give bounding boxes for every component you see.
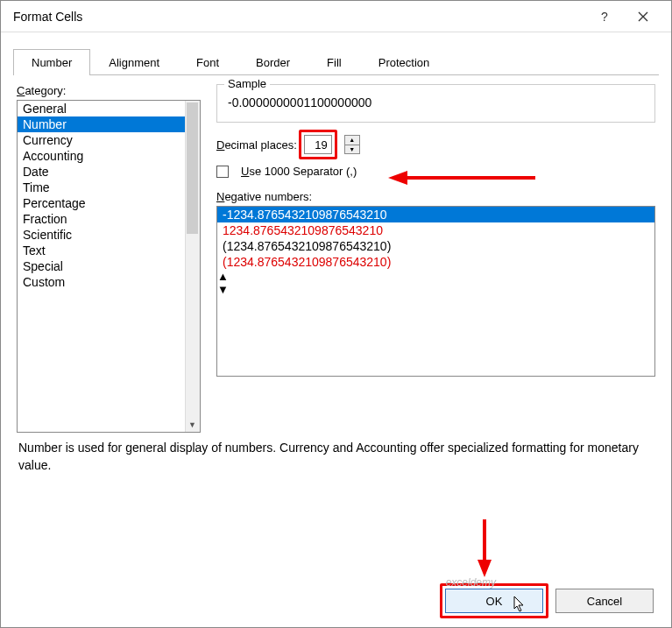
- close-button[interactable]: [624, 1, 662, 32]
- thousand-separator-label: Use 1000 Separator (,): [241, 165, 357, 178]
- negative-item-0[interactable]: -1234.8765432109876543210: [217, 207, 654, 222]
- negative-item-2[interactable]: (1234.8765432109876543210): [217, 238, 654, 254]
- tab-fill[interactable]: Fill: [308, 49, 360, 75]
- category-item-currency[interactable]: Currency: [18, 132, 200, 148]
- scroll-up-icon[interactable]: ▲: [217, 270, 654, 283]
- negative-item-1[interactable]: 1234.8765432109876543210: [217, 222, 654, 238]
- cancel-button[interactable]: Cancel: [555, 589, 654, 613]
- cursor-icon: [513, 596, 526, 613]
- scroll-down-icon[interactable]: ▼: [185, 417, 200, 432]
- spinner-down-icon[interactable]: ▼: [345, 145, 359, 154]
- category-list[interactable]: General Number Currency Accounting Date …: [17, 100, 201, 433]
- negative-item-3[interactable]: (1234.8765432109876543210): [217, 254, 654, 270]
- tab-font[interactable]: Font: [178, 49, 237, 75]
- close-icon: [638, 11, 648, 22]
- negative-numbers-label: Negative numbers:: [216, 190, 655, 203]
- negative-numbers-list[interactable]: -1234.8765432109876543210 1234.876543210…: [216, 206, 655, 377]
- tab-alignment[interactable]: Alignment: [90, 49, 178, 75]
- category-item-date[interactable]: Date: [18, 164, 200, 180]
- help-button[interactable]: ?: [585, 1, 624, 32]
- spinner-up-icon[interactable]: ▲: [345, 136, 359, 145]
- decimal-spinner[interactable]: ▲ ▼: [344, 135, 360, 154]
- category-scrollbar[interactable]: ▲ ▼: [185, 101, 200, 432]
- scroll-thumb[interactable]: [187, 102, 198, 234]
- category-item-time[interactable]: Time: [18, 180, 200, 195]
- negative-scrollbar[interactable]: ▲ ▼: [217, 270, 654, 296]
- arrow-annotation: [474, 518, 495, 579]
- sample-box: Sample -0.0000000001100000000: [216, 84, 655, 123]
- window-title: Format Cells: [13, 10, 585, 24]
- svg-marker-3: [477, 560, 492, 577]
- tab-number[interactable]: Number: [13, 49, 90, 75]
- category-item-general[interactable]: General: [18, 101, 200, 116]
- category-item-accounting[interactable]: Accounting: [18, 148, 200, 164]
- category-item-number[interactable]: Number: [18, 116, 200, 132]
- tab-protection[interactable]: Protection: [360, 49, 449, 75]
- category-item-scientific[interactable]: Scientific: [18, 227, 200, 243]
- thousand-separator-checkbox[interactable]: [216, 166, 229, 178]
- sample-label: Sample: [224, 77, 270, 90]
- category-item-custom[interactable]: Custom: [18, 274, 200, 290]
- category-item-special[interactable]: Special: [18, 258, 200, 274]
- highlight-annotation: [299, 130, 337, 159]
- category-item-text[interactable]: Text: [18, 243, 200, 258]
- highlight-annotation: [440, 583, 548, 618]
- decimal-places-label: Decimal places:: [216, 138, 297, 152]
- titlebar: Format Cells ?: [1, 1, 671, 32]
- category-label: Category:: [17, 84, 201, 97]
- tab-bar: Number Alignment Font Border Fill Protec…: [13, 48, 659, 75]
- category-item-percentage[interactable]: Percentage: [18, 195, 200, 211]
- tab-border[interactable]: Border: [237, 49, 308, 75]
- scroll-down-icon[interactable]: ▼: [217, 283, 654, 296]
- sample-value: -0.0000000001100000000: [228, 92, 644, 113]
- description-text: Number is used for general display of nu…: [1, 433, 671, 481]
- category-item-fraction[interactable]: Fraction: [18, 211, 200, 227]
